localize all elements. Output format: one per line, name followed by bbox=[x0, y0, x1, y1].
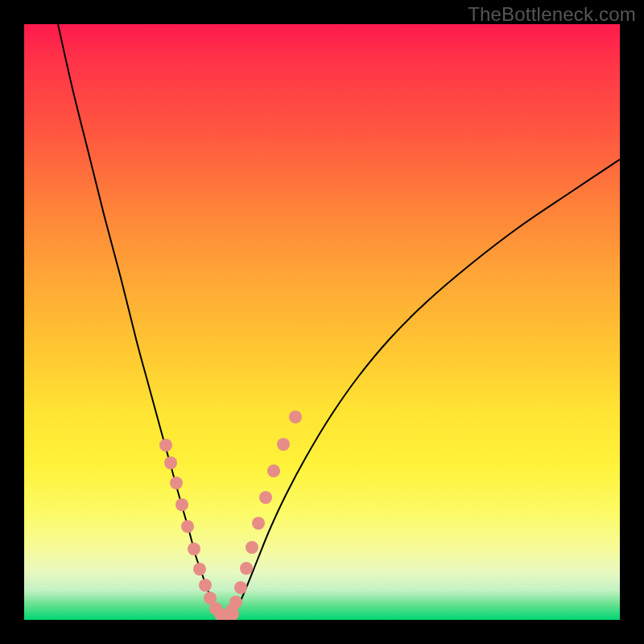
chart-svg bbox=[24, 24, 620, 620]
curve-right bbox=[233, 159, 620, 614]
dot-right bbox=[277, 438, 290, 451]
watermark-text: TheBottleneck.com bbox=[468, 3, 636, 26]
dot-right bbox=[259, 491, 272, 504]
plot-area bbox=[24, 24, 620, 620]
outer-frame: TheBottleneck.com bbox=[0, 0, 644, 644]
dot-right bbox=[267, 464, 280, 477]
dot-left bbox=[199, 579, 212, 592]
dot-left bbox=[188, 543, 200, 555]
dot-left bbox=[175, 498, 188, 511]
dot-left bbox=[164, 456, 177, 469]
dot-right bbox=[229, 596, 242, 609]
dot-left bbox=[159, 439, 172, 452]
dot-left bbox=[181, 520, 194, 533]
dot-right bbox=[289, 411, 302, 423]
dot-right bbox=[234, 581, 247, 594]
dot-right bbox=[252, 517, 265, 530]
dot-right bbox=[240, 562, 253, 575]
dot-right bbox=[246, 541, 258, 554]
dot-left bbox=[193, 563, 206, 576]
curve-left bbox=[58, 24, 219, 614]
dot-left bbox=[170, 477, 183, 489]
